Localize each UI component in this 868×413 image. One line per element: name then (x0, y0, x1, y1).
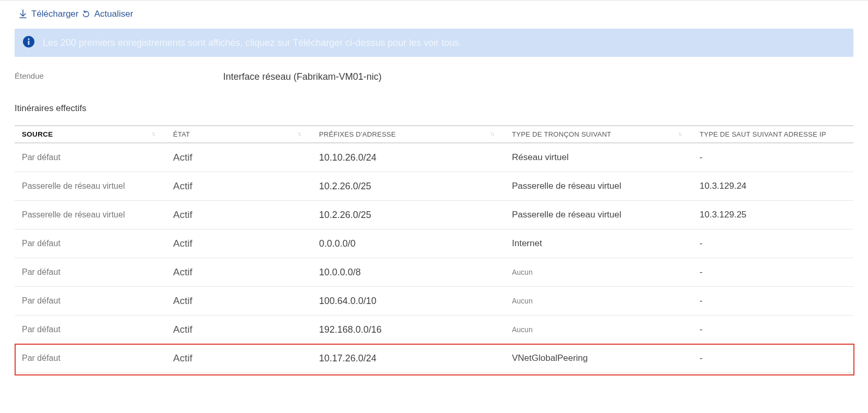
cell-hop-ip: - (692, 344, 853, 373)
sort-icon: ↑↓ (297, 130, 300, 138)
cell-hop-ip: - (692, 143, 853, 172)
cell-prefix: 100.64.0.0/10 (312, 287, 505, 315)
cell-prefix: 192.168.0.0/16 (312, 315, 505, 344)
cell-source: Par défaut (15, 344, 166, 373)
cell-hop-type: VNetGlobalPeering (505, 344, 692, 373)
section-title: Itinéraires effectifs (15, 103, 853, 114)
cell-hop-type: Aucun (505, 287, 692, 315)
cell-source: Par défaut (15, 258, 166, 287)
cell-source: Par défaut (15, 143, 166, 172)
cell-prefix: 10.2.26.0/25 (312, 201, 505, 229)
sort-icon: ↑↓ (678, 130, 681, 138)
refresh-label: Actualiser (94, 9, 133, 19)
table-row[interactable]: Passerelle de réseau virtuelActif10.2.26… (15, 172, 853, 201)
cell-state: Actif (166, 229, 312, 258)
routes-table: SOURCE↑↓ ÉTAT↑↓ PRÉFIXES D'ADRESSE↑↓ TYP… (15, 125, 853, 373)
cell-hop-ip: - (692, 258, 853, 287)
sort-icon: ↑↓ (490, 130, 493, 138)
refresh-icon (82, 9, 90, 19)
cell-state: Actif (166, 143, 312, 172)
cell-hop-ip: - (692, 287, 853, 315)
table-row[interactable]: Par défautActif10.10.26.0/24Réseau virtu… (15, 143, 853, 172)
table-row[interactable]: Par défautActif0.0.0.0/0Internet- (15, 229, 853, 258)
cell-hop-type: Internet (505, 229, 692, 258)
effective-routes-page: Télécharger Actualiser Les 200 premiers … (0, 0, 868, 413)
cell-hop-type: Aucun (505, 315, 692, 344)
cell-state: Actif (166, 315, 312, 344)
svg-rect-1 (28, 41, 30, 45)
table-row[interactable]: Passerelle de réseau virtuelActif10.2.26… (15, 201, 853, 229)
cell-prefix: 10.17.26.0/24 (312, 344, 505, 373)
cell-state: Actif (166, 201, 312, 229)
table-header-row: SOURCE↑↓ ÉTAT↑↓ PRÉFIXES D'ADRESSE↑↓ TYP… (15, 126, 853, 143)
cell-hop-type: Aucun (505, 258, 692, 287)
col-prefix[interactable]: PRÉFIXES D'ADRESSE↑↓ (312, 126, 505, 143)
cell-prefix: 10.10.26.0/24 (312, 143, 505, 172)
table-row[interactable]: Par défautActif10.0.0.0/8Aucun- (15, 258, 853, 287)
cell-state: Actif (166, 287, 312, 315)
table-row[interactable]: Par défautActif192.168.0.0/16Aucun- (15, 315, 853, 344)
table-row[interactable]: Par défautActif10.17.26.0/24VNetGlobalPe… (15, 344, 853, 373)
cell-state: Actif (166, 172, 312, 201)
scope-row: Étendue Interface réseau (Fabrikam-VM01-… (15, 71, 853, 82)
cell-prefix: 10.2.26.0/25 (312, 172, 505, 201)
info-banner-message: Les 200 premiers enregistrements sont af… (43, 38, 462, 48)
download-button[interactable]: Télécharger (19, 9, 79, 19)
cell-source: Passerelle de réseau virtuel (15, 172, 166, 201)
info-banner: Les 200 premiers enregistrements sont af… (15, 29, 853, 57)
table-row[interactable]: Par défautActif100.64.0.0/10Aucun- (15, 287, 853, 315)
cell-hop-type: Passerelle de réseau virtuel (505, 172, 692, 201)
toolbar: Télécharger Actualiser (19, 9, 853, 19)
cell-hop-type: Passerelle de réseau virtuel (505, 201, 692, 229)
cell-state: Actif (166, 344, 312, 373)
scope-value: Interface réseau (Fabrikam-VM01-nic) (223, 71, 382, 82)
cell-hop-ip: 10.3.129.24 (692, 172, 853, 201)
cell-source: Par défaut (15, 229, 166, 258)
svg-point-2 (28, 38, 29, 40)
cell-hop-ip: 10.3.129.25 (692, 201, 853, 229)
cell-prefix: 0.0.0.0/0 (312, 229, 505, 258)
cell-prefix: 10.0.0.0/8 (312, 258, 505, 287)
col-state[interactable]: ÉTAT↑↓ (166, 126, 312, 143)
cell-hop-ip: - (692, 229, 853, 258)
col-hop-ip[interactable]: TYPE DE SAUT SUIVANT ADRESSE IP (692, 126, 853, 143)
scope-label: Étendue (15, 71, 223, 80)
download-icon (19, 9, 27, 19)
cell-source: Passerelle de réseau virtuel (15, 201, 166, 229)
download-label: Télécharger (31, 9, 79, 19)
info-icon (23, 36, 34, 50)
refresh-button[interactable]: Actualiser (82, 9, 133, 19)
cell-source: Par défaut (15, 315, 166, 344)
cell-hop-type: Réseau virtuel (505, 143, 692, 172)
cell-source: Par défaut (15, 287, 166, 315)
col-hop-type[interactable]: TYPE DE TRONÇON SUIVANT↑↓ (505, 126, 692, 143)
sort-icon: ↑↓ (151, 130, 154, 138)
cell-hop-ip: - (692, 315, 853, 344)
col-source[interactable]: SOURCE↑↓ (15, 126, 166, 143)
cell-state: Actif (166, 258, 312, 287)
